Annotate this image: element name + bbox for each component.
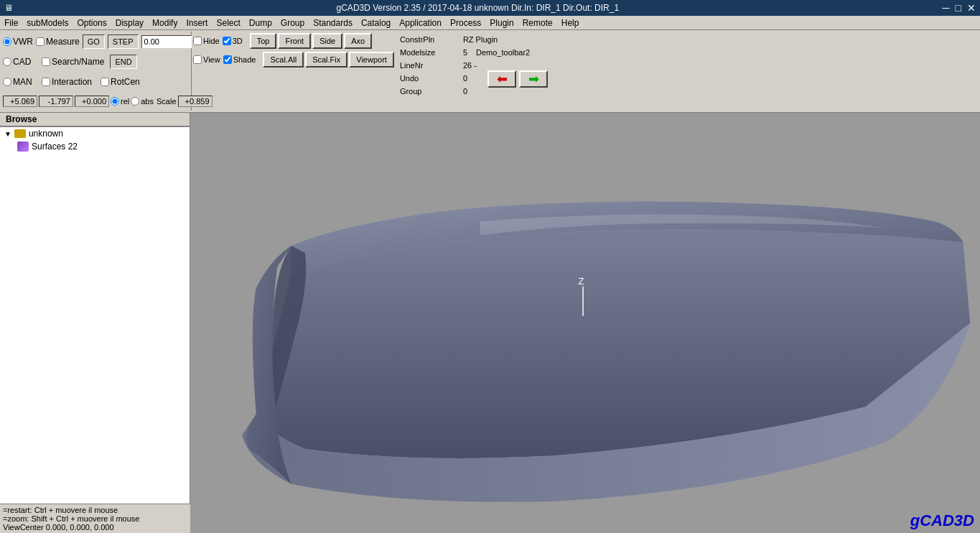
y-coord: -1.797 bbox=[39, 96, 73, 107]
tree-item-surfaces[interactable]: Surfaces 22 bbox=[0, 140, 190, 153]
modelsize-value: 5 bbox=[463, 48, 467, 57]
menu-application[interactable]: Application bbox=[395, 17, 446, 29]
rz-plugin-label: RZ Plugin bbox=[463, 35, 498, 44]
step-input[interactable] bbox=[141, 35, 192, 48]
scal-fix-button[interactable]: Scal.Fix bbox=[305, 52, 347, 68]
man-radio[interactable] bbox=[3, 78, 11, 86]
shade-checkbox[interactable] bbox=[223, 55, 232, 64]
x-coord: +5.069 bbox=[3, 96, 37, 107]
end-button[interactable]: END bbox=[110, 55, 136, 69]
front-button[interactable]: Front bbox=[278, 33, 311, 49]
linenr-value: 26 - bbox=[463, 61, 477, 70]
rel-radio[interactable] bbox=[111, 97, 119, 106]
menu-group[interactable]: Group bbox=[276, 17, 309, 29]
menu-plugin[interactable]: Plugin bbox=[485, 17, 518, 29]
menu-help[interactable]: Help bbox=[557, 17, 584, 29]
menu-select[interactable]: Select bbox=[212, 17, 244, 29]
cad-mode-label[interactable]: CAD bbox=[3, 57, 39, 67]
3d-checkbox[interactable] bbox=[223, 37, 231, 45]
surface-icon bbox=[17, 142, 29, 152]
scal-all-button[interactable]: Scal.All bbox=[263, 52, 304, 68]
measure-checkbox-label[interactable]: Measure bbox=[36, 37, 80, 47]
minimize-button[interactable]: ─ bbox=[943, 2, 950, 14]
toolbar: VWR Measure GO STEP CAD Search/Name bbox=[0, 30, 980, 113]
constrpln-label: ConstrPln bbox=[400, 35, 457, 44]
tree-item-unknown-label: unknown bbox=[29, 129, 63, 139]
statusbar: =restart: Ctrl + muovere il mouse =zoom:… bbox=[0, 504, 190, 533]
group-value: 0 bbox=[463, 87, 467, 96]
menu-display[interactable]: Display bbox=[111, 17, 148, 29]
window-icon: 🖥 bbox=[4, 3, 13, 13]
search-checkbox[interactable] bbox=[42, 57, 50, 66]
menu-submodels[interactable]: subModels bbox=[22, 17, 73, 29]
status-line3: ViewCenter 0.000, 0.000, 0.000 bbox=[3, 523, 187, 532]
cad-radio[interactable] bbox=[3, 57, 11, 66]
menu-standards[interactable]: Standards bbox=[309, 17, 357, 29]
tree-item-surfaces-label: Surfaces 22 bbox=[32, 142, 78, 152]
go-button[interactable]: GO bbox=[83, 34, 105, 49]
viewport[interactable]: Z gCAD3D bbox=[190, 113, 980, 533]
status-line1: =restart: Ctrl + muovere il mouse bbox=[3, 506, 187, 514]
menu-file[interactable]: File bbox=[0, 17, 22, 29]
svg-text:Z: Z bbox=[578, 276, 584, 287]
view-checkbox[interactable] bbox=[193, 55, 202, 64]
info-panel: ConstrPln RZ Plugin Modelsize 5 Demo_too… bbox=[396, 32, 611, 111]
menu-modify[interactable]: Modify bbox=[148, 17, 182, 29]
top-button[interactable]: Top bbox=[250, 33, 277, 49]
browse-panel: ▼ unknown Surfaces 22 bbox=[0, 126, 190, 533]
interaction-checkbox-label[interactable]: Interaction bbox=[42, 77, 92, 87]
measure-checkbox[interactable] bbox=[36, 37, 45, 46]
view-section: Hide 3D Top Front Side Axo View Shade bbox=[192, 32, 396, 111]
vwr-radio[interactable] bbox=[3, 37, 11, 46]
menu-process[interactable]: Process bbox=[446, 17, 485, 29]
z-coord: +0.000 bbox=[75, 96, 109, 107]
menu-catalog[interactable]: Catalog bbox=[357, 17, 395, 29]
demo-toolbar2-label: Demo_toolbar2 bbox=[476, 48, 530, 57]
undo-label: Undo bbox=[400, 74, 457, 83]
step-button[interactable]: STEP bbox=[108, 34, 139, 49]
coord-row: +5.069 -1.797 +0.000 rel abs Scale +0.85… bbox=[1, 92, 191, 111]
tree-item-unknown[interactable]: ▼ unknown bbox=[0, 127, 190, 140]
browse-tab[interactable]: Browse bbox=[0, 113, 190, 126]
menu-remote[interactable]: Remote bbox=[518, 17, 557, 29]
linenr-label: LineNr bbox=[400, 61, 457, 70]
close-button[interactable]: ✕ bbox=[967, 2, 976, 14]
hide-checkbox[interactable] bbox=[193, 37, 202, 45]
abs-radio[interactable] bbox=[131, 97, 139, 106]
left-panel-controls: VWR Measure GO STEP CAD Search/Name bbox=[1, 32, 192, 111]
titlebar: 🖥 gCAD3D Version 2.35 / 2017-04-18 unkno… bbox=[0, 0, 980, 16]
viewport-button[interactable]: Viewport bbox=[349, 52, 394, 68]
axo-button[interactable]: Axo bbox=[344, 33, 372, 49]
interaction-checkbox[interactable] bbox=[42, 78, 50, 86]
menu-insert[interactable]: Insert bbox=[182, 17, 212, 29]
man-mode-label[interactable]: MAN bbox=[3, 77, 39, 87]
search-checkbox-label[interactable]: Search/Name bbox=[42, 57, 104, 67]
brand-logo: gCAD3D bbox=[910, 511, 974, 530]
modelsize-label: Modelsize bbox=[400, 48, 457, 57]
group-label: Group bbox=[400, 87, 457, 96]
window-title: gCAD3D Version 2.35 / 2017-04-18 unknown… bbox=[13, 3, 943, 13]
side-button[interactable]: Side bbox=[312, 33, 342, 49]
menu-options[interactable]: Options bbox=[73, 17, 111, 29]
menu-dump[interactable]: Dump bbox=[245, 17, 276, 29]
undo-value: 0 bbox=[463, 74, 467, 83]
maximize-button[interactable]: □ bbox=[956, 2, 961, 14]
expand-arrow-icon: ▼ bbox=[4, 130, 11, 138]
menubar: File subModels Options Display Modify In… bbox=[0, 16, 980, 30]
folder-icon bbox=[14, 129, 26, 138]
rotcen-checkbox[interactable] bbox=[101, 78, 109, 86]
vwr-mode-label[interactable]: VWR bbox=[3, 37, 33, 47]
rotcen-checkbox-label[interactable]: RotCen bbox=[101, 77, 140, 87]
status-line2: =zoom: Shift + Ctrl + muovere il mouse bbox=[3, 514, 187, 523]
